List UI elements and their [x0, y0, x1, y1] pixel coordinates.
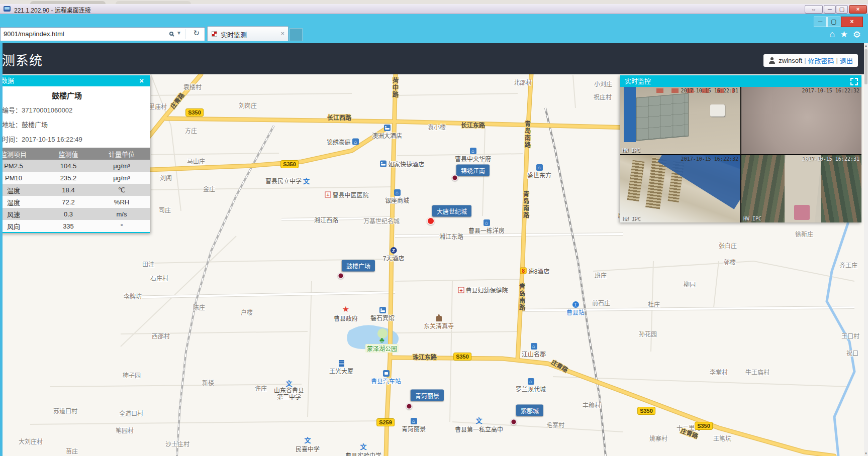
- video-decor: [741, 155, 785, 222]
- video-panel-title: 实时监控: [625, 77, 651, 85]
- video-decor: [624, 87, 636, 142]
- table-row: 温度18.4℃: [0, 184, 150, 196]
- ie-maximize-button[interactable]: ▢: [827, 17, 840, 27]
- video-panel-header: 实时监控: [620, 75, 861, 87]
- video-timestamp: 2017-10-15 16:22:31: [681, 88, 738, 93]
- station-time: 时间：2017-10-15 16:22:49: [0, 132, 150, 146]
- app-header: 测系统 zwinsoft | 修改密码 | 退出: [0, 43, 864, 74]
- station-badge[interactable]: 紫郡城: [516, 405, 543, 416]
- favorites-star-icon[interactable]: ★: [840, 29, 848, 40]
- close-icon[interactable]: ×: [139, 75, 144, 86]
- new-tab-button[interactable]: [290, 28, 303, 41]
- table-row: 风向335°: [0, 220, 150, 232]
- video-feed-2[interactable]: 2017-10-15 16:22:32: [741, 87, 861, 154]
- video-osd-label: HW IPC: [622, 148, 640, 153]
- station-dot[interactable]: [406, 403, 413, 410]
- tab-close-icon[interactable]: ×: [280, 30, 284, 37]
- col-value: 监测值: [43, 148, 93, 160]
- station-badge[interactable]: 锦绣江南: [456, 165, 490, 176]
- rdp-close-button[interactable]: ×: [849, 5, 867, 14]
- video-decor: [710, 104, 725, 117]
- tab-favicon: [212, 31, 217, 37]
- window-left-border: [0, 43, 3, 456]
- metric-name: 湿度: [0, 196, 43, 208]
- rdp-title: 221.1.202.90 - 远程桌面连接: [14, 6, 91, 14]
- scrollbar-thumb[interactable]: [864, 49, 867, 84]
- divider: [185, 29, 185, 39]
- metric-unit: %RH: [93, 196, 150, 208]
- video-decor: [794, 205, 810, 219]
- metric-value: 335: [43, 220, 93, 232]
- station-dot[interactable]: [511, 419, 517, 425]
- rdp-maximize-button[interactable]: ▢: [836, 5, 848, 14]
- video-osd-label: HW IPC: [743, 216, 761, 221]
- metric-name: PM2.5: [0, 160, 43, 172]
- video-timestamp: 2017-10-15 16:22:32: [681, 156, 738, 162]
- station-name: 鼓楼广场: [0, 86, 150, 102]
- user-icon: [768, 57, 775, 64]
- metric-value: 235.2: [43, 172, 93, 184]
- station-badge[interactable]: 大唐世纪城: [432, 205, 471, 217]
- station-badge[interactable]: 青菏丽景: [411, 390, 444, 401]
- video-feed-1[interactable]: 2017-10-15 16:22:31 HW IPC: [620, 87, 740, 154]
- page-title: 测系统: [2, 50, 43, 69]
- metric-unit: °: [93, 220, 150, 232]
- user-box: zwinsoft | 修改密码 | 退出: [763, 54, 858, 67]
- ie-minimize-button[interactable]: ─: [814, 17, 827, 27]
- metric-unit: μg/m³: [93, 172, 150, 184]
- chevron-down-icon[interactable]: ▼: [176, 30, 181, 36]
- readings-table: 监测项目 监测值 计量单位 PM2.5104.5μg/m³ PM10235.2μ…: [0, 148, 150, 232]
- refresh-icon[interactable]: ↻: [193, 29, 200, 38]
- metric-name: 风速: [0, 208, 43, 220]
- station-dot[interactable]: [452, 175, 458, 181]
- background-apps-strip: [0, 0, 868, 4]
- station-badge[interactable]: 鼓楼广场: [342, 260, 375, 272]
- screen: 221.1.202.90 - 远程桌面连接 ⇔ ─ ▢ × ─ ▢ × 9001…: [0, 0, 868, 456]
- road-shield: S350: [185, 108, 204, 117]
- station-dot[interactable]: [338, 273, 344, 279]
- road-shield: S350: [695, 422, 713, 430]
- video-osd-label: HW IPC: [622, 216, 640, 221]
- metric-name: PM10: [0, 172, 43, 184]
- metric-value: 104.5: [43, 160, 93, 172]
- metric-value: 0.3: [43, 208, 93, 220]
- video-decor: [821, 155, 861, 222]
- logout-link[interactable]: 退出: [840, 56, 853, 65]
- ie-close-button[interactable]: ×: [841, 17, 863, 27]
- scroll-down-arrow[interactable]: ▼: [864, 451, 868, 456]
- metric-name: 温度: [0, 184, 43, 196]
- live-video-panel: 实时监控 2017-10-15 16:22:31 HW IPC 2017-10-…: [620, 75, 861, 222]
- settings-gear-icon[interactable]: ⚙: [853, 29, 861, 40]
- tab-label[interactable]: 实时监测: [221, 30, 247, 39]
- scroll-up-arrow[interactable]: ▲: [864, 43, 868, 48]
- video-feed-4[interactable]: 2017-10-15 16:22:31 HW IPC: [741, 155, 861, 222]
- search-icon[interactable]: [169, 32, 173, 36]
- metric-unit: μg/m³: [93, 160, 150, 172]
- road-shield: S350: [453, 353, 471, 361]
- table-row: PM10235.2μg/m³: [0, 172, 150, 184]
- video-grid: 2017-10-15 16:22:31 HW IPC 2017-10-15 16…: [620, 87, 861, 222]
- video-timestamp: 2017-10-15 16:22:32: [802, 88, 859, 93]
- home-icon[interactable]: ⌂: [829, 29, 835, 40]
- rdp-pin-button[interactable]: ⇔: [805, 5, 823, 14]
- video-feed-3[interactable]: 2017-10-15 16:22:32 HW IPC: [620, 155, 740, 222]
- rdp-title-bar: 221.1.202.90 - 远程桌面连接 ⇔ ─ ▢ ×: [0, 4, 868, 14]
- data-panel-header: 实时数据 ×: [0, 75, 150, 86]
- metric-value: 18.4: [43, 184, 93, 196]
- realtime-data-panel: 实时数据 × 鼓楼广场 编号：37170001060002 地址：鼓楼广场 时间…: [0, 75, 150, 233]
- station-address: 地址：鼓楼广场: [0, 117, 150, 132]
- browser-tab[interactable]: 实时监测 ×: [207, 26, 288, 41]
- col-unit: 计量单位: [93, 148, 150, 160]
- road-shield: S259: [376, 418, 395, 426]
- metric-value: 72.2: [43, 196, 93, 208]
- address-bar[interactable]: 9001/map/index.html ▼ ↻: [0, 27, 205, 41]
- rdp-minimize-button[interactable]: ─: [824, 5, 836, 14]
- change-password-link[interactable]: 修改密码: [808, 56, 834, 65]
- video-decor: [636, 93, 689, 141]
- table-row: PM2.5104.5μg/m³: [0, 160, 150, 172]
- vertical-scrollbar[interactable]: ▲ ▼: [864, 43, 868, 456]
- road-shield: S350: [280, 160, 299, 168]
- station-dot[interactable]: [427, 217, 435, 225]
- col-item: 监测项目: [0, 148, 43, 160]
- url-text[interactable]: 9001/map/index.html: [4, 28, 64, 41]
